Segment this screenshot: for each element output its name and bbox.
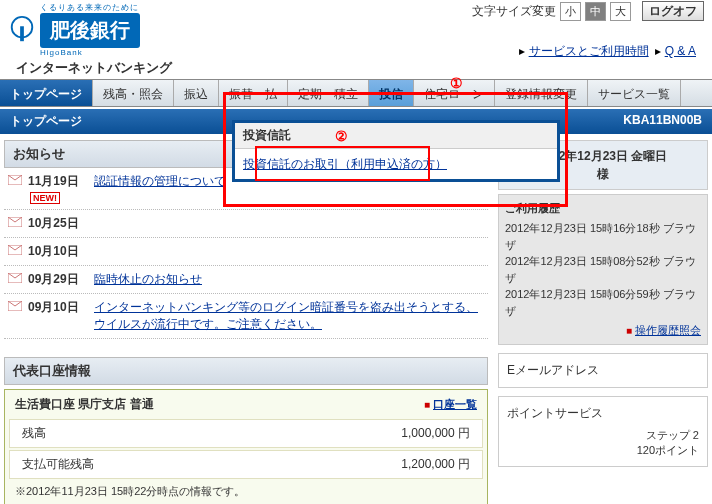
account-row-label: 残高 [22, 425, 46, 442]
mail-icon [8, 175, 22, 185]
account-row: 支払可能残高1,200,000 円 [9, 450, 483, 479]
annotation-2: ② [335, 128, 348, 144]
news-date: 09月10日 [28, 299, 88, 316]
history-row: 2012年12月23日 15時06分59秒 ブラウザ [505, 286, 701, 319]
point-step: ステップ 2 [637, 428, 699, 443]
nav-top[interactable]: トップページ [0, 80, 93, 106]
nav-teiki[interactable]: 定期・積立 [288, 80, 369, 106]
toushin-dropdown: 投資信託 投資信託のお取引（利用申込済の方） [232, 120, 560, 182]
font-large-button[interactable]: 大 [610, 2, 631, 21]
account-row: 残高1,000,000 円 [9, 419, 483, 448]
news-heading: お知らせ [13, 145, 65, 163]
news-date: 11月19日 NEW! [28, 173, 88, 204]
page-title: トップページ [10, 113, 82, 130]
account-row-value: 1,200,000 円 [401, 456, 470, 473]
mail-icon [8, 273, 22, 283]
nav-balance[interactable]: 残高・照会 [93, 80, 174, 106]
news-date: 10月25日 [28, 215, 88, 232]
news-link[interactable]: 認証情報の管理について [94, 174, 226, 188]
point-title: ポイントサービス [507, 405, 699, 422]
font-small-button[interactable]: 小 [560, 2, 581, 21]
history-row: 2012年12月23日 15時08分52秒 ブラウザ [505, 253, 701, 286]
nav-services[interactable]: サービス一覧 [588, 80, 681, 106]
dropdown-title: 投資信託 [235, 123, 557, 149]
bank-name-en: HigoBank [40, 48, 140, 57]
logoff-button[interactable]: ログオフ [642, 1, 704, 21]
mail-icon [8, 301, 22, 311]
mail-icon [8, 217, 22, 227]
account-heading: 代表口座情報 [4, 357, 488, 385]
account-row-label: 支払可能残高 [22, 456, 94, 473]
bank-logo-icon [8, 16, 36, 44]
new-badge: NEW! [30, 192, 60, 204]
service-hours-link[interactable]: サービスとご利用時間 [529, 44, 649, 58]
account-note: ※2012年11月23日 15時22分時点の情報です。 [7, 481, 485, 502]
annotation-1: ① [450, 75, 463, 91]
font-mid-button[interactable]: 中 [585, 2, 606, 21]
toushin-transaction-link[interactable]: 投資信託のお取引（利用申込済の方） [243, 157, 447, 171]
news-row: 10月25日 [4, 210, 488, 238]
news-link[interactable]: インターネットバンキング等のログイン暗証番号を盗み出そうとする、ウイルスが流行中… [94, 300, 478, 331]
nav-register[interactable]: 登録情報変更 [495, 80, 588, 106]
qa-link[interactable]: Q & A [665, 44, 696, 58]
mail-icon [8, 245, 22, 255]
arrow-icon: ▸ [655, 44, 664, 58]
news-row: 09月29日臨時休止のお知らせ [4, 266, 488, 294]
arrow-icon: ▸ [519, 44, 528, 58]
bank-name: 肥後銀行 [40, 13, 140, 48]
service-subtitle: インターネットバンキング [16, 59, 172, 77]
email-title: Eメールアドレス [507, 362, 699, 379]
account-row-value: 1,000,000 円 [401, 425, 470, 442]
point-value: 120ポイント [637, 443, 699, 458]
history-row: 2012年12月23日 15時16分18秒 ブラウザ [505, 220, 701, 253]
main-nav: トップページ 残高・照会 振込 振替・払 定期・積立 投信 住宅ローン 登録情報… [0, 79, 712, 107]
bank-tagline: くるりある来来のために [40, 2, 140, 13]
news-date: 09月29日 [28, 271, 88, 288]
history-detail-link[interactable]: 操作履歴照会 [635, 324, 701, 336]
nav-transfer[interactable]: 振込 [174, 80, 219, 106]
news-row: 09月10日インターネットバンキング等のログイン暗証番号を盗み出そうとする、ウイ… [4, 294, 488, 339]
news-link[interactable]: 臨時休止のお知らせ [94, 272, 202, 286]
nav-toushin[interactable]: 投信 [369, 80, 414, 106]
account-name: 生活費口座 県庁支店 普通 [15, 396, 154, 413]
news-row: 10月10日 [4, 238, 488, 266]
svg-rect-1 [20, 26, 24, 41]
font-size-label: 文字サイズ変更 [472, 3, 556, 20]
history-title: ご利用履歴 [505, 201, 701, 216]
nav-furikae[interactable]: 振替・払 [219, 80, 288, 106]
account-list-link[interactable]: 口座一覧 [433, 398, 477, 410]
page-code: KBA11BN00B [623, 113, 702, 130]
news-date: 10月10日 [28, 243, 88, 260]
